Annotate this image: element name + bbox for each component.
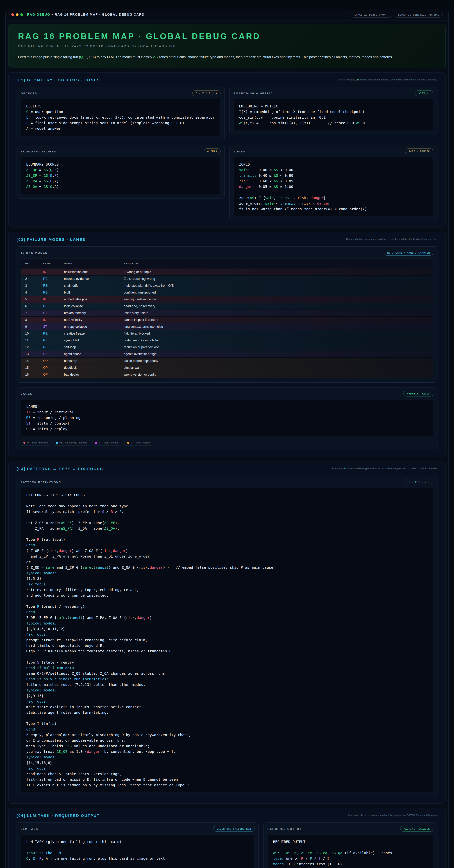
lane-legend: IN · input / retrievalRE · reasoning / p… bbox=[21, 440, 433, 445]
cell-no: 3 bbox=[25, 284, 43, 288]
badge-safe-danger: SAFE → DANGER bbox=[405, 149, 433, 154]
section-modes-title: [02] FAILURE MODES · LANES bbox=[17, 237, 86, 242]
section-llm-task: [04] LLM TASK · REQUIRED OUTPUT What any… bbox=[8, 808, 446, 868]
cell-lane: ST bbox=[43, 352, 64, 356]
section-patterns-note: From four ΔS zones to failure type and f… bbox=[332, 467, 437, 470]
cell-symptom: agents overwrite or fight bbox=[124, 352, 433, 356]
cell-symptom: circular wait bbox=[124, 366, 433, 370]
window-close-icon[interactable] bbox=[11, 13, 14, 16]
lane-dot-icon bbox=[127, 442, 129, 444]
zones-code-block: ZONESsafe: 0.00 ≤ ΔS < 0.40transit: 0.40… bbox=[233, 157, 433, 216]
section-task-note: What any LLM must do when you feed this … bbox=[348, 813, 437, 817]
cell-symptom: flat, literal, blocked bbox=[124, 332, 433, 336]
panel-llm-task-label: LLM TASK bbox=[21, 827, 38, 830]
panel-objects-label: OBJECTS bbox=[21, 92, 37, 95]
panel-boundary-label: BOUNDARY SCORES bbox=[21, 150, 56, 153]
cell-name: misread evidence bbox=[64, 277, 124, 281]
cell-lane: RE bbox=[43, 277, 64, 281]
panel-pattern-definitions: PATTERN DEFINITIONS R / P / S / I PATTER… bbox=[17, 476, 437, 797]
embedding-code-block: EMBEDDING + METRICI(X) = embedding of te… bbox=[233, 99, 433, 130]
table-row-mode-7: 7STbroken memoryloses story / state bbox=[21, 310, 433, 316]
section-geometry-title: [01] GEOMETRY · OBJECTS · ZONES bbox=[17, 78, 100, 82]
col-header-lane: LANE bbox=[43, 262, 64, 265]
section-patterns-title: [03] PATTERNS → TYPE → FIX FOCUS bbox=[17, 467, 103, 471]
cell-symptom: cannot inspect E content bbox=[124, 318, 433, 322]
hero-banner: RAG 16 PROBLEM MAP · GLOBAL DEBUG CARD O… bbox=[8, 24, 446, 68]
panel-llm-task: LLM TASK GIVEN ONE FAILING RUN LLM TASK … bbox=[17, 823, 259, 868]
badge-delta-s-xy: ΔS(X,Y) bbox=[415, 90, 433, 96]
badge-qepa: Q / E / P / A bbox=[192, 90, 221, 96]
lane-legend-chip: ST · state / context bbox=[92, 440, 122, 445]
badge-semantic-firewall: SEMANTIC FIREWALL FOR RAG bbox=[395, 12, 443, 18]
cell-lane: RE bbox=[43, 291, 64, 294]
table-row-mode-1: 1INhallucination/driftE wrong or off-top… bbox=[21, 269, 433, 275]
lane-legend-label: IN · input / retrieval bbox=[27, 441, 48, 444]
window-title-text: · RAG 16 PROBLEM MAP · GLOBAL DEBUG CARD bbox=[52, 13, 144, 17]
window-maximize-icon[interactable] bbox=[20, 13, 23, 16]
badge-rpsi: R / P / S / I bbox=[405, 479, 433, 485]
cell-symptom: wrong version or config bbox=[124, 373, 433, 376]
table-row-mode-10: 10REcreative freezeflat, literal, blocke… bbox=[21, 330, 433, 337]
cell-no: 4 bbox=[25, 291, 43, 294]
cell-symptom: E wrong or off-topic bbox=[124, 270, 433, 274]
cell-no: 13 bbox=[25, 352, 43, 356]
col-header-no: NO bbox=[25, 262, 43, 265]
badge-given-one-failing-run: GIVEN ONE FAILING RUN bbox=[213, 826, 255, 832]
cell-name: agent chaos bbox=[64, 352, 124, 356]
col-header-name: NAME bbox=[64, 262, 124, 265]
lane-legend-label: RE · reasoning / planning bbox=[60, 441, 87, 444]
cell-lane: RE bbox=[43, 332, 64, 336]
cell-name: symbol fail bbox=[64, 339, 124, 342]
cell-symptom: long context turns into noise bbox=[124, 325, 433, 329]
cell-name: logic collapse bbox=[64, 304, 124, 308]
table-row-mode-16: 16OPbad deploywrong version or config bbox=[21, 371, 433, 378]
cell-no: 15 bbox=[25, 366, 43, 370]
col-header-symptom: SYMPTOM bbox=[124, 262, 433, 265]
panel-required-output-label: REQUIRED OUTPUT bbox=[267, 827, 302, 830]
panel-patterns-label: PATTERN DEFINITIONS bbox=[21, 480, 61, 484]
cell-no: 11 bbox=[25, 339, 43, 342]
cell-name: hallucination/drift bbox=[64, 270, 124, 274]
lane-legend-label: OP · infra / deploy bbox=[131, 441, 151, 444]
panel-lanes: LANES WHERE IT FAILS LANESIN = input / r… bbox=[17, 387, 437, 450]
lane-legend-chip: IN · input / retrieval bbox=[21, 440, 51, 445]
table-row-mode-5: 5INembed false possim high, relevance lo… bbox=[21, 296, 433, 303]
section-task-title: [04] LLM TASK · REQUIRED OUTPUT bbox=[17, 813, 100, 818]
table-row-mode-9: 9STentropy collapselong context turns in… bbox=[21, 323, 433, 330]
section-patterns: [03] PATTERNS → TYPE → FIX FOCUS From fo… bbox=[8, 461, 446, 804]
cell-no: 10 bbox=[25, 332, 43, 336]
section-geometry-note: Q/E/P/A objects, ΔS metric and four boun… bbox=[338, 78, 437, 82]
cell-lane: RE bbox=[43, 345, 64, 349]
table-row-mode-14: 14OPbootstrapcalled before deps ready bbox=[21, 358, 433, 364]
table-row-mode-3: 3REchain driftmulti-step plan drifts awa… bbox=[21, 282, 433, 289]
table-row-mode-11: 11REsymbol failcode / math / symbols fai… bbox=[21, 337, 433, 344]
patterns-code-block: PATTERNS → TYPE → FIX FOCUS Note: one mo… bbox=[21, 488, 433, 793]
cell-no: 8 bbox=[25, 318, 43, 322]
cell-symptom: code / math / symbols fail bbox=[124, 339, 433, 342]
panel-modes-label: 16 RAG MODES bbox=[21, 251, 47, 254]
cell-symptom: E ok, reasoning wrong bbox=[124, 277, 433, 281]
page-title: RAG 16 PROBLEM MAP · GLOBAL DEBUG CARD bbox=[18, 31, 436, 41]
boundary-code-block: BOUNDARY SCORESΔS_QE = ΔS(Q,E)ΔS_EP = ΔS… bbox=[21, 157, 221, 194]
table-row-mode-2: 2REmisread evidenceE ok, reasoning wrong bbox=[21, 275, 433, 282]
cell-lane: ST bbox=[43, 311, 64, 315]
cell-no: 16 bbox=[25, 373, 43, 376]
window-minimize-icon[interactable] bbox=[16, 13, 19, 16]
cell-no: 5 bbox=[25, 298, 43, 301]
cell-lane: IN bbox=[43, 318, 64, 322]
modes-table-header: NO LANE NAME SYMPTOM bbox=[21, 258, 433, 269]
section-modes-note: 16 named failure modes across 4 lanes. U… bbox=[346, 237, 437, 241]
lane-dot-icon bbox=[56, 442, 58, 444]
panel-boundary-scores: BOUNDARY SCORES 4 CUTS BOUNDARY SCORESΔS… bbox=[17, 145, 225, 198]
cell-name: deadlock bbox=[64, 366, 124, 370]
badge-4-cuts: 4 CUTS bbox=[204, 149, 221, 154]
cell-symptom: dead-end, no recovery bbox=[124, 304, 433, 308]
page-subtitle: ONE FAILING RUN IN · 16 WAYS TO BREAK · … bbox=[18, 44, 436, 48]
lane-legend-chip: RE · reasoning / planning bbox=[53, 440, 90, 445]
cell-lane: RE bbox=[43, 304, 64, 308]
section-geometry: [01] GEOMETRY · OBJECTS · ZONES Q/E/P/A … bbox=[8, 72, 446, 227]
cell-name: no E visibility bbox=[64, 318, 124, 322]
cell-symptom: called before deps ready bbox=[124, 359, 433, 363]
badge-table-columns: NO / LANE / NAME / SYMPTOM bbox=[384, 250, 433, 255]
cell-symptom: recursion or paradox loop bbox=[124, 345, 433, 349]
